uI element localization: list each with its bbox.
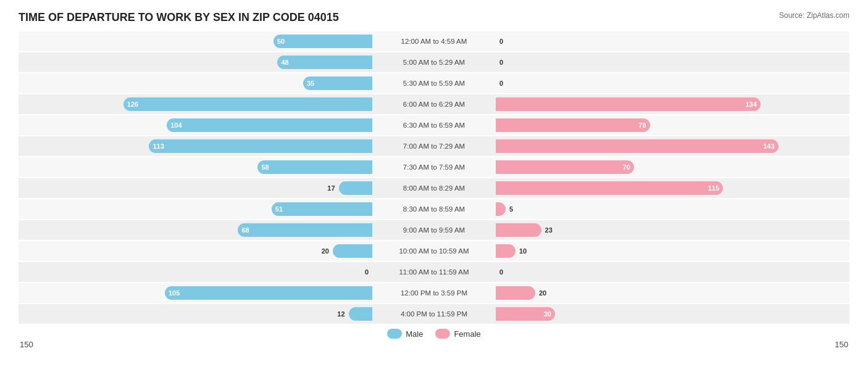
male-value: 0 [365,268,369,276]
male-value: 17 [327,184,335,192]
female-value: 10 [519,247,527,255]
chart-title: TIME OF DEPARTURE TO WORK BY SEX IN ZIP … [19,11,849,24]
female-bar: 134 [496,97,761,111]
time-label: 5:00 AM to 5:29 AM [372,59,496,66]
female-bar: 115 [496,181,723,195]
chart-row: 2010:00 AM to 10:59 AM10 [19,241,849,261]
legend-female-label: Female [454,329,480,339]
chart-row: 1137:00 AM to 7:29 AM143 [19,136,849,156]
time-label: 6:00 AM to 6:29 AM [372,101,496,108]
chart-row: 518:30 AM to 8:59 AM5 [19,199,849,219]
male-value: 50 [277,38,285,45]
chart-row: 1266:00 AM to 6:29 AM134 [19,94,849,114]
female-bar: 143 [496,139,778,153]
female-bar [496,223,541,237]
male-value: 68 [241,226,249,234]
chart-row: 485:00 AM to 5:29 AM0 [19,52,849,72]
time-label: 7:00 AM to 7:29 AM [372,142,496,150]
female-value: 20 [539,289,546,297]
male-bar: 48 [277,56,372,69]
chart-row: 10512:00 PM to 3:59 PM20 [19,283,849,303]
male-bar [333,244,372,258]
chart-row: 011:00 AM to 11:59 AM0 [19,262,849,282]
female-bar: 78 [496,118,650,132]
male-value: 105 [169,289,180,297]
chart-row: 587:30 AM to 7:59 AM70 [19,157,849,177]
female-bar [496,244,515,258]
time-label: 8:00 AM to 8:29 AM [372,184,496,192]
chart-row: 1046:30 AM to 6:59 AM78 [19,115,849,135]
chart-row: 178:00 AM to 8:29 AM115 [19,178,849,198]
chart-row: 355:30 AM to 5:59 AM0 [19,73,849,93]
female-value: 78 [638,122,646,129]
time-label: 6:30 AM to 6:59 AM [372,122,496,129]
time-label: 7:30 AM to 7:59 AM [372,163,496,171]
legend-male-label: Male [406,329,423,339]
female-bar: 70 [496,160,634,174]
axis-left: 150 [20,340,33,349]
male-bar: 58 [257,160,372,174]
female-bar [496,286,535,300]
legend: Male Female [19,329,849,339]
male-bar: 50 [273,35,372,48]
male-value: 126 [127,101,138,108]
female-value: 5 [509,205,513,213]
source-text: Source: ZipAtlas.com [779,11,849,20]
male-bar: 35 [303,76,372,90]
male-value: 35 [307,80,314,87]
male-value: 51 [275,205,283,213]
time-label: 12:00 AM to 4:59 AM [372,38,496,45]
female-value: 30 [544,310,551,318]
female-value: 134 [745,101,756,108]
male-value: 48 [281,59,288,66]
female-value: 70 [623,163,630,171]
axis-right: 150 [835,340,848,349]
male-bar [349,307,372,321]
female-swatch [435,329,450,339]
male-bar: 113 [149,139,372,153]
male-bar: 104 [167,118,372,132]
time-label: 8:30 AM to 8:59 AM [372,205,496,213]
time-label: 11:00 AM to 11:59 AM [372,268,496,276]
chart-row: 124:00 PM to 11:59 PM30 [19,304,849,324]
female-value: 0 [499,268,503,276]
female-value: 115 [708,184,719,192]
male-value: 12 [337,310,344,318]
male-value: 58 [261,163,269,171]
male-value: 104 [170,122,182,129]
female-value: 143 [763,142,774,150]
male-value: 113 [152,142,164,150]
male-value: 20 [322,247,329,255]
female-value: 0 [499,59,503,66]
male-bar: 51 [272,202,372,216]
time-label: 4:00 PM to 11:59 PM [372,310,496,318]
time-label: 10:00 AM to 10:59 AM [372,247,496,255]
female-value: 0 [499,80,503,87]
chart-row: 5012:00 AM to 4:59 AM0 [19,31,849,51]
male-bar: 68 [238,223,372,237]
legend-male: Male [387,329,423,339]
time-label: 12:00 PM to 3:59 PM [372,289,496,297]
male-swatch [387,329,402,339]
chart-container: TIME OF DEPARTURE TO WORK BY SEX IN ZIP … [0,0,868,367]
chart-row: 689:00 AM to 9:59 AM23 [19,220,849,240]
time-label: 5:30 AM to 5:59 AM [372,80,496,87]
male-bar [339,181,372,195]
male-bar: 105 [165,286,372,300]
female-bar: 30 [496,307,555,321]
female-value: 23 [545,226,553,234]
female-bar [496,202,506,216]
chart-area: 5012:00 AM to 4:59 AM0485:00 AM to 5:29 … [19,31,849,324]
legend-female: Female [435,329,480,339]
female-value: 0 [499,38,503,45]
time-label: 9:00 AM to 9:59 AM [372,226,496,234]
male-bar: 126 [123,97,372,111]
